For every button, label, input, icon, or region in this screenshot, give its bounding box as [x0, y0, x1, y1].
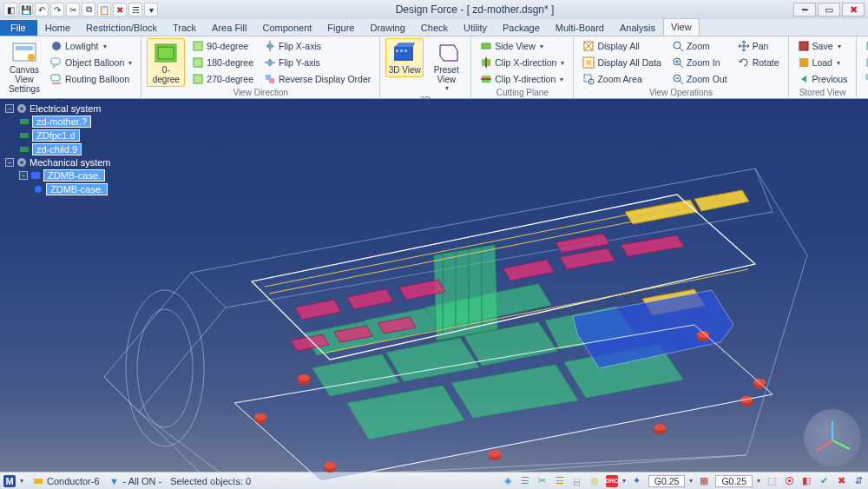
tab-check[interactable]: Check: [413, 19, 456, 36]
group-label-stored: Stored View: [794, 87, 852, 99]
qa-undo-icon[interactable]: ↶: [35, 3, 49, 17]
tab-package[interactable]: Package: [495, 19, 548, 36]
tab-areafill[interactable]: Area Fill: [204, 19, 254, 36]
new-window-button[interactable]: New Window: [862, 38, 868, 54]
d90-button[interactable]: 90-degree: [188, 38, 257, 54]
qa-copy-icon[interactable]: ⧉: [82, 3, 95, 17]
d270-button[interactable]: 270-degree: [188, 71, 257, 87]
tree-item-zd-child[interactable]: zd-child.9: [5, 142, 144, 156]
object-balloon-button[interactable]: Object Balloon▾: [47, 55, 135, 70]
zoom-button[interactable]: Zoom: [668, 38, 731, 54]
display-all-data-button[interactable]: Display All Data: [579, 55, 665, 70]
window-controls: ━ ▭ ✖: [792, 3, 865, 17]
stored-save-button[interactable]: Save▾: [794, 38, 852, 54]
tab-multiboard[interactable]: Multi-Board: [548, 19, 612, 36]
chevron-down-icon: ▾: [128, 59, 132, 67]
tree-label: zd-child.9: [32, 143, 82, 155]
flipx-icon: [264, 40, 276, 52]
canvas-view-settings-button[interactable]: Canvas View Settings: [5, 38, 43, 96]
qa-redo-icon[interactable]: ↷: [50, 3, 64, 17]
collapse-icon[interactable]: −: [5, 104, 14, 113]
collapse-icon[interactable]: −: [19, 171, 28, 180]
tree-label: Electrical system: [30, 103, 102, 114]
flipy-button[interactable]: Flip Y-axis: [260, 55, 374, 70]
stored-load-button[interactable]: Load▾: [794, 55, 852, 70]
tab-utility[interactable]: Utility: [456, 19, 495, 36]
axis-gizmo[interactable]: [804, 409, 861, 466]
tab-drawing[interactable]: Drawing: [363, 19, 413, 36]
qa-cut-icon[interactable]: ✂: [66, 3, 80, 17]
close-button[interactable]: ✖: [842, 3, 865, 17]
case-icon: [30, 170, 41, 181]
flipx-button[interactable]: Flip X-axis: [260, 38, 374, 54]
svg-rect-28: [799, 58, 808, 67]
tree-mechanical-root[interactable]: − Mechanical system: [5, 156, 144, 169]
status-mode[interactable]: M▾: [3, 475, 23, 487]
reverse-display-button[interactable]: Reverse Display Order: [260, 71, 374, 87]
side-view-button[interactable]: Side View▾: [477, 38, 568, 54]
qa-save-icon[interactable]: 💾: [19, 3, 33, 17]
tab-figure[interactable]: Figure: [319, 19, 362, 36]
close-window-button[interactable]: Close Window: [862, 55, 868, 70]
window-list-button[interactable]: Window List▾: [862, 71, 868, 87]
display-all-button[interactable]: Display All: [579, 38, 665, 54]
minimize-button[interactable]: ━: [793, 3, 816, 17]
svg-rect-13: [396, 50, 398, 52]
chevron-down-icon: ▾: [561, 59, 564, 67]
pcb-3d-render: [87, 116, 816, 489]
zoom-area-button[interactable]: Zoom Area: [579, 71, 665, 87]
prev-icon: [798, 73, 810, 85]
svg-rect-27: [799, 42, 808, 50]
app-icon[interactable]: ◧: [3, 3, 17, 17]
zoom-in-button[interactable]: Zoom In: [668, 55, 731, 70]
gear-icon: [16, 103, 27, 114]
tab-file[interactable]: File: [0, 20, 37, 36]
maximize-button[interactable]: ▭: [818, 3, 840, 17]
side-view-icon: [480, 40, 492, 52]
preset-view-button[interactable]: Preset View▾: [427, 38, 465, 95]
qa-props-icon[interactable]: ☴: [128, 3, 142, 17]
tree-electrical-root[interactable]: − Electrical system: [5, 102, 144, 115]
canvas-view-label: Canvas View Settings: [8, 65, 41, 94]
clip-y-button[interactable]: Clip Y-direction▾: [477, 71, 568, 87]
d180-icon: [192, 56, 204, 69]
group-label-cutting: Cutting Plane: [477, 87, 568, 99]
d180-button[interactable]: 180-degree: [188, 55, 257, 70]
collapse-icon[interactable]: −: [5, 158, 14, 167]
tree-item-zdmb-case[interactable]: − ZDMB-case.: [5, 169, 144, 182]
tab-analysis[interactable]: Analysis: [612, 19, 663, 36]
routing-balloon-button[interactable]: Routing Balloon: [47, 71, 135, 87]
3d-view-button[interactable]: 3D View: [385, 38, 424, 77]
lowlight-button[interactable]: Lowlight▾: [47, 38, 135, 54]
tab-view[interactable]: View: [663, 18, 700, 36]
clip-x-button[interactable]: Clip X-direction▾: [477, 55, 568, 70]
status-j6[interactable]: ⇵: [852, 475, 865, 487]
design-tree[interactable]: − Electrical system zd-mother.? ZDfpc1.d…: [5, 102, 144, 196]
clipy-icon: [480, 73, 492, 85]
zero-degree-label: 0-degree: [149, 65, 182, 84]
qa-dropdown-icon[interactable]: ▾: [144, 3, 158, 17]
zoom-out-button[interactable]: Zoom Out: [668, 71, 731, 87]
tree-item-zdfpc1[interactable]: ZDfpc1.d: [5, 129, 144, 142]
tree-item-zd-mother[interactable]: zd-mother.?: [5, 115, 144, 129]
clipx-icon: [480, 56, 492, 69]
status-j5[interactable]: ✖: [835, 475, 847, 487]
tab-restriction[interactable]: Restriction/Block: [78, 19, 165, 36]
tab-track[interactable]: Track: [165, 19, 204, 36]
stored-prev-button[interactable]: Previous: [794, 71, 852, 87]
svg-point-2: [28, 54, 35, 61]
svg-rect-12: [394, 47, 413, 61]
board-icon: [19, 116, 30, 127]
tab-component[interactable]: Component: [254, 19, 319, 36]
svg-rect-9: [194, 75, 202, 83]
zero-degree-button[interactable]: 0-degree: [147, 38, 185, 87]
svg-rect-11: [269, 78, 274, 83]
tree-item-zdmb-case-sub[interactable]: ZDMB-case.: [5, 182, 144, 196]
qa-paste-icon[interactable]: 📋: [97, 3, 111, 17]
tab-home[interactable]: Home: [37, 19, 78, 36]
status-j4[interactable]: ✔: [818, 475, 830, 487]
rotate-button[interactable]: Rotate: [734, 55, 783, 70]
pan-button[interactable]: Pan: [734, 38, 783, 54]
qa-delete-icon[interactable]: ✖: [113, 3, 127, 17]
balloon-icon: [50, 56, 62, 69]
